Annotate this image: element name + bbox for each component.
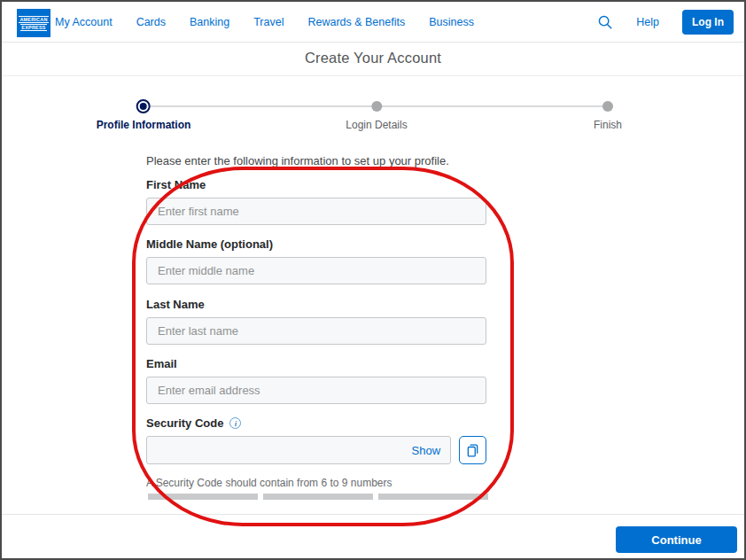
step-dot-icon	[602, 101, 613, 112]
last-name-label: Last Name	[146, 298, 486, 311]
strength-bar-segment	[378, 494, 488, 500]
security-code-group: Security Code i Show	[146, 416, 486, 464]
progress-stepper: Profile Information Login Details Finish	[2, 90, 744, 133]
email-group: Email	[146, 357, 486, 404]
login-button[interactable]: Log In	[682, 10, 734, 35]
first-name-input[interactable]	[146, 198, 486, 225]
step-profile-information: Profile Information	[97, 99, 191, 131]
strength-bar-segment	[148, 494, 258, 500]
nav-item-business[interactable]: Business	[429, 16, 474, 28]
step-dot-active-icon	[136, 99, 151, 113]
amex-logo-text-top: AMERICAN	[19, 16, 48, 23]
continue-button[interactable]: Continue	[616, 526, 737, 553]
email-label: Email	[146, 357, 486, 370]
last-name-group: Last Name	[146, 298, 486, 345]
copy-paste-button[interactable]	[459, 436, 486, 464]
first-name-label: First Name	[146, 178, 486, 191]
nav-item-travel[interactable]: Travel	[253, 16, 284, 28]
first-name-group: First Name	[146, 178, 486, 225]
last-name-input[interactable]	[146, 317, 486, 345]
security-code-label: Security Code	[146, 416, 223, 430]
step-label: Login Details	[346, 119, 407, 131]
strength-bar-segment	[263, 494, 373, 500]
step-finish: Finish	[594, 99, 622, 131]
security-code-input[interactable]	[146, 436, 451, 464]
amex-logo-text-bottom: EXPRESS	[20, 24, 46, 31]
primary-nav-links: My Account Cards Banking Travel Rewards …	[55, 2, 474, 43]
middle-name-label: Middle Name (optional)	[146, 237, 486, 251]
middle-name-group: Middle Name (optional)	[146, 237, 486, 284]
nav-item-rewards-benefits[interactable]: Rewards & Benefits	[307, 16, 405, 28]
help-link[interactable]: Help	[636, 16, 659, 28]
show-password-button[interactable]: Show	[412, 444, 441, 457]
middle-name-input[interactable]	[146, 257, 486, 284]
footer-divider	[2, 514, 744, 515]
step-login-details: Login Details	[346, 99, 407, 131]
form-instruction: Please enter the following information t…	[146, 154, 449, 167]
security-code-field-wrap: Show	[146, 436, 451, 464]
top-nav: AMERICAN EXPRESS My Account Cards Bankin…	[2, 2, 744, 43]
step-label: Finish	[594, 119, 622, 131]
nav-item-banking[interactable]: Banking	[190, 16, 229, 28]
email-input[interactable]	[146, 377, 486, 404]
nav-item-my-account[interactable]: My Account	[55, 16, 113, 28]
amex-logo[interactable]: AMERICAN EXPRESS	[17, 9, 51, 37]
security-code-helper-text: A Security Code should contain from 6 to…	[146, 477, 392, 489]
nav-item-cards[interactable]: Cards	[136, 16, 166, 28]
security-strength-meter	[148, 494, 488, 500]
info-icon[interactable]: i	[229, 417, 241, 429]
search-icon[interactable]	[597, 14, 613, 30]
step-dot-icon	[371, 101, 382, 112]
title-divider	[2, 75, 744, 76]
copy-icon	[464, 442, 481, 459]
page-title: Create Your Account	[2, 50, 744, 66]
nav-right-group: Help Log In	[597, 2, 734, 43]
page-frame: AMERICAN EXPRESS My Account Cards Bankin…	[0, 0, 746, 560]
step-label: Profile Information	[97, 119, 191, 131]
